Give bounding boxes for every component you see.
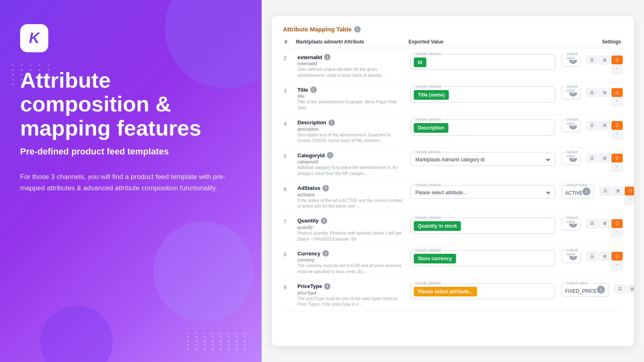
shopify-value-badge: Id bbox=[414, 58, 426, 67]
row-number: 3 bbox=[283, 86, 294, 94]
default-label: Default value bbox=[565, 117, 580, 125]
code-button[interactable]: ⟨⟩ bbox=[625, 187, 634, 195]
table-header: # Marktplaats admarkt Attribute Exported… bbox=[283, 39, 623, 48]
row-settings: ☰ ⊞ ⟨⟩ ⌃ bbox=[614, 283, 634, 303]
default-info-icon[interactable]: i bbox=[597, 286, 605, 294]
default-value-group: Default value i bbox=[561, 250, 581, 263]
row-settings: ☰ ⊞ ⟨⟩ ⌃ bbox=[586, 218, 623, 238]
shopify-attribute-group: Shopify attribute Please select attribut… bbox=[410, 283, 555, 299]
grid-button[interactable]: ⊞ bbox=[599, 252, 610, 261]
exported-column: Shopify attribute Title (name) bbox=[407, 86, 558, 105]
code-button[interactable]: ⟨⟩ bbox=[611, 154, 623, 162]
grid-button[interactable]: ⊞ bbox=[599, 56, 610, 64]
attr-info-icon[interactable]: i bbox=[310, 86, 317, 93]
attr-info-icon[interactable]: i bbox=[327, 152, 333, 158]
shopify-attribute-select[interactable]: Please select attribute... bbox=[414, 189, 551, 196]
lines-button[interactable]: ☰ bbox=[586, 252, 598, 261]
table-row: 2 externalId i externalId User-defined u… bbox=[283, 50, 623, 82]
default-value-text: FIXED_PRICE bbox=[565, 288, 597, 294]
attribute-description: If the status of the ad is ACTIVE and th… bbox=[297, 197, 404, 209]
sub-icon[interactable]: ⌃ bbox=[611, 131, 623, 140]
shopify-label: Shopify attribute bbox=[414, 281, 442, 285]
shopify-attribute-group: Shopify attribute Marktplaats Admarkt ca… bbox=[410, 152, 555, 166]
attribute-column: PriceType i priceType The priceType must… bbox=[294, 283, 407, 307]
row-number: 4 bbox=[283, 119, 294, 127]
attribute-column: Description i description Description te… bbox=[294, 119, 407, 144]
left-panel: // generate dots inline K Attribute comp… bbox=[0, 0, 262, 362]
exported-column: Shopify attribute Please select attribut… bbox=[407, 283, 558, 302]
lines-button[interactable]: ☰ bbox=[600, 187, 611, 195]
grid-button[interactable]: ⊞ bbox=[599, 88, 610, 97]
attribute-description: Title of the advertisement Example: Mens… bbox=[297, 99, 404, 111]
table-row: 6 AdStatus i adStatus If the status of t… bbox=[283, 181, 623, 214]
default-label: Default value bbox=[565, 183, 589, 187]
default-column: Default value i bbox=[558, 86, 584, 99]
shopify-attribute-select[interactable]: Marktplaats Admarkt category id bbox=[414, 156, 551, 163]
default-value-group: Default value ACTIVE i bbox=[561, 185, 594, 199]
code-button[interactable]: ⟨⟩ bbox=[611, 56, 623, 64]
attr-info-icon[interactable]: i bbox=[324, 283, 330, 290]
row-number: 2 bbox=[283, 54, 294, 61]
lines-button[interactable]: ☰ bbox=[586, 56, 598, 64]
lines-button[interactable]: ☰ bbox=[614, 285, 625, 294]
table-title-text: Attribute Mapping Table bbox=[283, 26, 352, 33]
attribute-column: AdStatus i adStatus If the status of the… bbox=[294, 185, 407, 209]
table-row: 9 PriceType i priceType The priceType mu… bbox=[283, 279, 623, 312]
code-button[interactable]: ⟨⟩ bbox=[611, 88, 623, 97]
sub-icon[interactable]: ⌃ bbox=[611, 261, 623, 270]
code-button[interactable]: ⟨⟩ bbox=[611, 219, 623, 228]
attribute-italic: categoryId bbox=[297, 159, 404, 164]
attribute-name: Description i bbox=[297, 119, 404, 126]
grid-button[interactable]: ⊞ bbox=[599, 121, 610, 130]
default-label: Default value bbox=[565, 281, 589, 285]
lines-button[interactable]: ☰ bbox=[586, 154, 598, 162]
grid-button[interactable]: ⊞ bbox=[612, 187, 623, 195]
attr-info-icon[interactable]: i bbox=[322, 250, 329, 257]
lines-button[interactable]: ☰ bbox=[586, 219, 598, 228]
exported-column: Shopify attribute Please select attribut… bbox=[407, 185, 558, 201]
shopify-attribute-group: Shopify attribute Id bbox=[410, 54, 555, 70]
sub-icon[interactable]: ⌃ bbox=[611, 229, 623, 238]
row-number: 6 bbox=[283, 185, 294, 192]
grid-button[interactable]: ⊞ bbox=[599, 154, 610, 162]
row-settings: ☰ ⊞ ⟨⟩ ⌃ bbox=[586, 152, 623, 172]
code-button[interactable]: ⟨⟩ bbox=[611, 252, 623, 261]
default-info-icon[interactable]: i bbox=[582, 187, 590, 195]
exported-column: Shopify attribute Quantity in stock bbox=[407, 218, 558, 236]
col-header-attribute: Marktplaats admarkt Attribute bbox=[294, 39, 407, 45]
row-number: 5 bbox=[283, 152, 294, 159]
row-number: 7 bbox=[283, 218, 294, 225]
exported-column: Shopify attribute Description bbox=[407, 119, 558, 138]
table-row: 5 CategoryId i categoryId AdMarkt catego… bbox=[283, 148, 623, 181]
sub-icon[interactable]: ⌃ bbox=[611, 163, 623, 172]
shopify-value-badge: Quantity in stock bbox=[414, 221, 461, 231]
sub-icon[interactable]: ⌃ bbox=[625, 196, 634, 205]
attribute-name: AdStatus i bbox=[297, 185, 404, 191]
shopify-label: Shopify attribute bbox=[414, 84, 442, 88]
default-value-group: Default value i bbox=[561, 152, 581, 165]
attr-info-icon[interactable]: i bbox=[321, 218, 327, 224]
table-title: Attribute Mapping Table i bbox=[283, 26, 623, 33]
attr-info-icon[interactable]: i bbox=[328, 119, 335, 126]
grid-button[interactable]: ⊞ bbox=[599, 219, 610, 228]
row-settings: ☰ ⊞ ⟨⟩ ⌃ bbox=[586, 250, 623, 270]
attr-info-icon[interactable]: i bbox=[324, 54, 330, 60]
grid-button[interactable]: ⊞ bbox=[627, 285, 634, 294]
shopify-value-badge: Description bbox=[414, 123, 448, 133]
table-info-icon[interactable]: i bbox=[354, 26, 361, 33]
default-label: Default value bbox=[565, 248, 580, 256]
lines-button[interactable]: ☰ bbox=[586, 121, 598, 130]
code-button[interactable]: ⟨⟩ bbox=[611, 121, 623, 130]
attribute-column: Quantity i quantity Product quantity. Pr… bbox=[294, 218, 407, 242]
sub-icon[interactable]: ⌃ bbox=[611, 65, 623, 74]
sub-icon[interactable]: ⌃ bbox=[611, 98, 623, 107]
row-settings: ☰ ⊞ ⟨⟩ ⌃ bbox=[586, 86, 623, 107]
default-label: Default value bbox=[565, 84, 580, 93]
attribute-italic: title bbox=[297, 94, 404, 99]
lines-button[interactable]: ☰ bbox=[586, 88, 598, 97]
attr-info-icon[interactable]: i bbox=[322, 185, 329, 191]
shopify-value-badge: Title (name) bbox=[414, 90, 449, 100]
row-settings: ☰ ⊞ ⟨⟩ ⌃ bbox=[586, 119, 623, 140]
default-column: Default value FIXED_PRICE i bbox=[558, 283, 612, 297]
shopify-label: Shopify attribute bbox=[414, 52, 442, 56]
